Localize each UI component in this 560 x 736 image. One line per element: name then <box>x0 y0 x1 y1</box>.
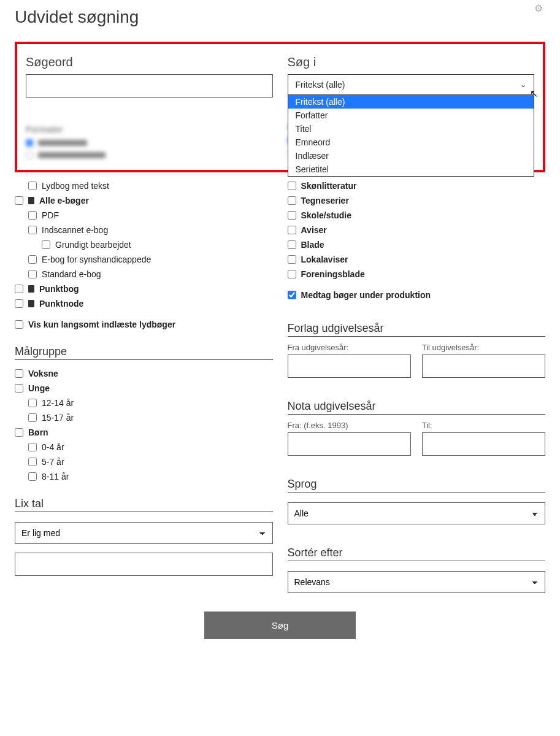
search-highlight-box: Søgeord Formater Søg i Fritekst (alle) ⌄… <box>15 42 545 172</box>
forlag-til-label: Til udgivelsesår: <box>422 343 545 352</box>
check-ebog-syns[interactable]: E-bog for synshandicappede <box>28 255 273 264</box>
book-icon <box>28 197 34 204</box>
check-indscannet[interactable]: Indscannet e-bog <box>28 225 273 235</box>
check-born[interactable]: Børn <box>15 427 273 437</box>
check-lydbog-tekst[interactable]: Lydbog med tekst <box>28 181 273 191</box>
check-standard-ebog[interactable]: Standard e-bog <box>28 269 273 279</box>
lix-value-input[interactable] <box>15 553 273 576</box>
nota-til-label: Til: <box>422 421 545 430</box>
sorter-title: Sortér efter <box>288 546 546 561</box>
lix-title: Lix tal <box>15 497 273 512</box>
nota-fra-label: Fra: (f.eks. 1993) <box>288 421 411 430</box>
check-unge[interactable]: Unge <box>15 383 273 393</box>
check-8-11[interactable]: 8-11 år <box>28 472 273 481</box>
check-punktnode[interactable]: Punktnode <box>15 299 273 309</box>
check-medtag-produktion[interactable]: Medtag bøger under produktion <box>288 290 546 300</box>
forlag-fra-input[interactable] <box>288 355 411 378</box>
check-vis-kun-langsomt[interactable]: Vis kun langsomt indlæste lydbøger <box>15 320 273 329</box>
sog-i-option[interactable]: Titel <box>288 122 534 136</box>
sog-i-label: Søg i <box>288 55 535 69</box>
forlag-fra-label: Fra udgivelsesår: <box>288 343 411 352</box>
page-title: Udvidet søgning <box>15 0 545 42</box>
gear-icon[interactable]: ⚙ <box>534 2 543 14</box>
check-5-7[interactable]: 5-7 år <box>28 457 273 467</box>
check-12-14[interactable]: 12-14 år <box>28 398 273 408</box>
check-skole-studie[interactable]: Skole/studie <box>288 210 546 220</box>
malgruppe-title: Målgruppe <box>15 345 273 360</box>
check-lokalaviser[interactable]: Lokalaviser <box>288 255 546 264</box>
lix-operator-select[interactable]: Er lig med <box>15 522 273 544</box>
check-alle-eboger[interactable]: Alle e-bøger <box>15 196 273 205</box>
check-voksne[interactable]: Voksne <box>15 369 273 378</box>
sogeord-label: Søgeord <box>26 55 273 69</box>
sog-button[interactable]: Søg <box>204 611 356 639</box>
sprog-title: Sprog <box>288 478 546 493</box>
sog-i-dropdown[interactable]: Fritekst (alle) ⌄ ↖ Fritekst (alle) Forf… <box>288 74 535 95</box>
sprog-select[interactable]: Alle <box>288 502 546 524</box>
braille-icon <box>28 285 34 293</box>
nota-title: Nota udgivelsesår <box>288 400 546 415</box>
nota-fra-input[interactable] <box>288 432 411 456</box>
sog-i-option[interactable]: Emneord <box>288 136 534 149</box>
check-15-17[interactable]: 15-17 år <box>28 413 273 423</box>
sog-i-option[interactable]: Fritekst (alle) <box>288 95 534 109</box>
nota-til-input[interactable] <box>422 432 545 456</box>
check-0-4[interactable]: 0-4 år <box>28 442 273 452</box>
sogeord-input[interactable] <box>26 74 273 98</box>
check-foreningsblade[interactable]: Foreningsblade <box>288 269 546 279</box>
check-pdf[interactable]: PDF <box>28 210 273 220</box>
check-aviser[interactable]: Aviser <box>288 225 546 235</box>
sog-i-option[interactable]: Serietitel <box>288 163 534 176</box>
check-grundigt[interactable]: Grundigt bearbejdet <box>42 240 273 250</box>
check-tegneserier[interactable]: Tegneserier <box>288 196 546 205</box>
sog-i-selected: Fritekst (alle) <box>296 80 345 90</box>
check-punktbog[interactable]: Punktbog <box>15 284 273 294</box>
forlag-title: Forlag udgivelsesår <box>288 322 546 337</box>
formater-section-blurred: Formater <box>26 125 273 159</box>
sog-i-options-list: Fritekst (alle) Forfatter Titel Emneord … <box>288 95 535 177</box>
check-blade[interactable]: Blade <box>288 240 546 250</box>
cursor-icon: ↖ <box>530 88 538 99</box>
forlag-til-input[interactable] <box>422 355 545 378</box>
sog-i-option[interactable]: Forfatter <box>288 109 534 122</box>
sog-i-option[interactable]: Indlæser <box>288 149 534 163</box>
note-icon <box>28 300 34 307</box>
check-skonlitteratur[interactable]: Skønlitteratur <box>288 181 546 191</box>
sorter-select[interactable]: Relevans <box>288 571 546 593</box>
chevron-down-icon: ⌄ <box>520 80 526 89</box>
